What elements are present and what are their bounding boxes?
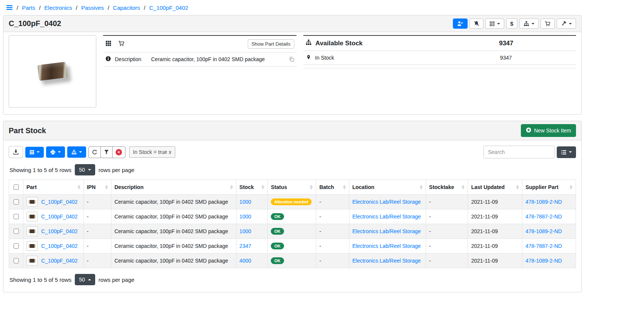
page-title: C_100pF_0402: [9, 19, 61, 28]
part-link[interactable]: C_100pF_0402: [41, 199, 78, 205]
pagination-bottom: Showing 1 to 5 of 5 rows 50 rows per pag…: [9, 274, 575, 285]
row-checkbox[interactable]: [14, 199, 19, 204]
breadcrumb-link-electronics[interactable]: Electronics: [44, 5, 72, 11]
row-checkbox[interactable]: [14, 229, 19, 234]
plus-circle-icon: [526, 127, 531, 134]
description-cell: Ceramic capacitor, 100pF in 0402 SMD pac…: [111, 209, 236, 224]
batch-cell: -: [316, 254, 349, 268]
column-header-location[interactable]: Location: [349, 180, 426, 195]
column-header-part[interactable]: Part: [23, 180, 84, 195]
breadcrumb-link-parts[interactable]: Parts: [22, 5, 35, 11]
stock-table: Part IPN Description Stock Status Batch …: [9, 180, 576, 268]
location-link[interactable]: Electronics Lab/Reel Storage: [352, 258, 421, 264]
filter-tag[interactable]: In Stock = true x: [129, 146, 175, 158]
stock-link[interactable]: 2347: [239, 243, 251, 249]
filter-button[interactable]: [100, 146, 113, 158]
copy-icon[interactable]: [289, 57, 294, 62]
location-link[interactable]: Electronics Lab/Reel Storage: [352, 199, 421, 205]
breadcrumb-link-passives[interactable]: Passives: [81, 5, 104, 11]
subscribe-button[interactable]: [453, 18, 468, 29]
supplier-part-link[interactable]: 478-1089-2-ND: [525, 199, 562, 205]
available-stock-total: 9347: [499, 40, 513, 47]
stock-link[interactable]: 1000: [239, 228, 251, 234]
stock-options-dropdown-button[interactable]: [67, 146, 86, 158]
location-link[interactable]: Electronics Lab/Reel Storage: [352, 214, 421, 220]
column-header-description[interactable]: Description: [111, 180, 236, 195]
chevron-down-icon: [88, 169, 91, 171]
location-link[interactable]: Electronics Lab/Reel Storage: [352, 243, 421, 249]
pagination-summary: Showing 1 to 5 of 5 rows: [9, 167, 71, 173]
view-options-dropdown-button[interactable]: [557, 146, 576, 158]
column-header-status[interactable]: Status: [268, 180, 316, 195]
sort-icon: [420, 185, 423, 189]
remove-filters-button[interactable]: ×: [112, 146, 125, 158]
last-updated-cell: 2021-11-09: [468, 254, 522, 268]
row-checkbox[interactable]: [14, 214, 19, 219]
row-checkbox[interactable]: [14, 243, 19, 249]
barcode-actions-button[interactable]: [485, 18, 504, 29]
table-row: C_100pF_0402 - Ceramic capacitor, 100pF …: [9, 195, 576, 209]
chevron-down-icon: [58, 151, 61, 153]
refresh-icon: [92, 149, 97, 155]
columns-dropdown-button[interactable]: [25, 147, 44, 158]
stock-link[interactable]: 1000: [239, 214, 251, 220]
stock-link[interactable]: 4000: [239, 258, 251, 264]
page-size-dropdown[interactable]: 50: [75, 274, 95, 285]
page-size-dropdown[interactable]: 50: [75, 164, 95, 175]
filter-button-group: ×: [88, 146, 125, 158]
column-header-ipn[interactable]: IPN: [83, 180, 111, 195]
part-options-button[interactable]: [557, 18, 576, 29]
select-all-checkbox[interactable]: [14, 184, 19, 190]
sort-icon: [343, 185, 346, 189]
print-dropdown-button[interactable]: [46, 146, 65, 158]
download-button[interactable]: [9, 146, 23, 158]
menu-icon[interactable]: [6, 4, 13, 11]
chevron-down-icon: [531, 23, 534, 25]
show-part-details-button[interactable]: Show Part Details: [248, 39, 294, 49]
breadcrumb: / Parts / Electronics / Passives / Capac…: [3, 2, 582, 15]
pricing-button[interactable]: $: [506, 18, 517, 29]
table-row: C_100pF_0402 - Ceramic capacitor, 100pF …: [9, 239, 576, 254]
part-link[interactable]: C_100pF_0402: [41, 214, 78, 220]
part-link[interactable]: C_100pF_0402: [41, 228, 78, 234]
sort-icon: [570, 185, 573, 189]
user-check-icon: [457, 21, 463, 26]
column-header-stocktake[interactable]: Stocktake: [426, 180, 468, 195]
part-link[interactable]: C_100pF_0402: [41, 243, 78, 249]
location-link[interactable]: Electronics Lab/Reel Storage: [352, 228, 421, 234]
supplier-part-link[interactable]: 478-7887-2-ND: [525, 214, 562, 220]
ipn-cell: -: [83, 239, 111, 254]
supplier-part-link[interactable]: 478-1089-2-ND: [525, 228, 562, 234]
order-part-button[interactable]: [541, 18, 555, 29]
hammer-icon: [561, 21, 567, 26]
stock-link[interactable]: 1000: [239, 199, 251, 205]
column-header-supplier-part[interactable]: Supplier Part: [522, 180, 576, 195]
stock-panel-divider: [303, 65, 576, 68]
column-header-batch[interactable]: Batch: [316, 180, 349, 195]
search-input[interactable]: [483, 146, 554, 158]
unsubscribe-button[interactable]: [469, 18, 483, 29]
new-stock-item-button[interactable]: New Stock Item: [521, 124, 576, 137]
status-badge: OK: [271, 213, 284, 220]
breadcrumb-separator: /: [76, 5, 77, 11]
part-link[interactable]: C_100pF_0402: [41, 258, 78, 264]
part-stock-title: Part Stock: [9, 126, 46, 135]
column-header-last-updated[interactable]: Last Updated: [468, 180, 522, 195]
filter-tag-remove[interactable]: x: [169, 149, 171, 155]
refresh-button[interactable]: [88, 146, 101, 158]
sitemap-icon: [306, 39, 312, 47]
part-image[interactable]: [9, 35, 96, 108]
breadcrumb-link-current-part[interactable]: C_100pF_0402: [149, 5, 188, 11]
chevron-up-icon: [88, 279, 91, 280]
row-checkbox[interactable]: [14, 258, 19, 263]
in-stock-label: In Stock: [315, 55, 334, 61]
breadcrumb-link-capacitors[interactable]: Capacitors: [113, 5, 140, 11]
supplier-part-link[interactable]: 478-7887-2-ND: [525, 243, 562, 249]
column-header-stock[interactable]: Stock: [236, 180, 267, 195]
stock-table-toolbar: × In Stock = true x: [9, 146, 576, 158]
ipn-cell: -: [83, 195, 111, 209]
stock-actions-button[interactable]: [519, 18, 539, 29]
supplier-part-link[interactable]: 478-1089-2-ND: [525, 258, 562, 264]
new-stock-item-label: New Stock Item: [534, 128, 571, 134]
ipn-cell: -: [83, 209, 111, 224]
